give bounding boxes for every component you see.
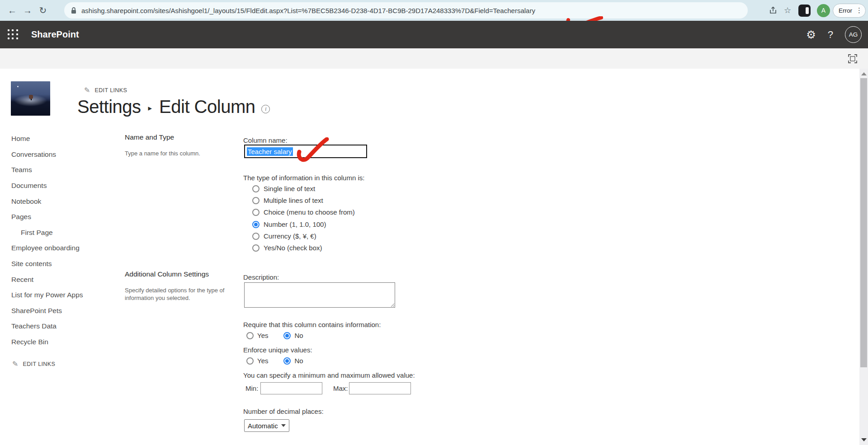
app-launcher-waffle-icon[interactable] [8, 29, 19, 40]
breadcrumb-edit-column: Edit Column [159, 97, 255, 117]
browser-toolbar: ← → ↻ ashishg.sharepoint.com/sites/Ashis… [0, 0, 868, 21]
option-label: Number (1, 1.0, 100) [264, 220, 326, 228]
forward-icon: → [23, 5, 32, 16]
main-content: ✎ EDIT LINKS Settings ▸ Edit Column i Ho… [0, 69, 859, 445]
require-label: Require that this column contains inform… [243, 321, 381, 328]
description-label: Description: [243, 273, 279, 281]
sidebar-item-documents[interactable]: Documents [11, 178, 108, 194]
require-radio-group: Yes No [246, 332, 303, 339]
sidebar-item-home[interactable]: Home [11, 131, 108, 147]
sidebar-item-employee-onboarding[interactable]: Employee onboarding [11, 240, 108, 256]
radio-yes-no[interactable] [252, 244, 259, 252]
edit-links-bottom[interactable]: ✎ EDIT LINKS [12, 360, 55, 368]
star-icon: ☆ [784, 5, 791, 15]
left-navigation: Home Conversations Teams Documents Noteb… [11, 131, 108, 350]
kebab-menu-icon: ⋮ [856, 6, 863, 14]
scroll-down-arrow-icon[interactable] [861, 438, 867, 441]
column-name-value: Teacher salary [247, 147, 293, 156]
sidebar-item-teachers-data[interactable]: Teachers Data [11, 319, 108, 334]
decimal-places-value: Automatic [248, 422, 278, 430]
column-name-label: Column name: [243, 136, 288, 144]
sidebar-item-recent[interactable]: Recent [11, 272, 108, 287]
focus-mode-icon[interactable] [847, 53, 858, 64]
scroll-up-arrow-icon[interactable] [861, 72, 867, 75]
option-label: Yes/No (check box) [264, 244, 322, 252]
decimal-places-label: Number of decimal places: [243, 408, 324, 415]
sidebar-item-conversations[interactable]: Conversations [11, 147, 108, 163]
radio-multiple-lines-of-text[interactable] [252, 197, 259, 204]
option-label: Currency ($, ¥, €) [264, 232, 316, 240]
edit-links-label: EDIT LINKS [23, 361, 55, 367]
description-textarea[interactable] [244, 282, 395, 308]
address-bar[interactable]: ashishg.sharepoint.com/sites/Ashishgoel1… [64, 2, 748, 19]
section-name-and-type: Name and Type [125, 133, 174, 141]
help-icon[interactable]: ? [828, 29, 833, 41]
sidebar-item-notebook[interactable]: Notebook [11, 193, 108, 209]
max-input[interactable] [349, 382, 411, 394]
option-choice: Choice (menu to choose from) [252, 208, 355, 216]
no-label: No [294, 357, 303, 365]
sharepoint-brand: SharePoint [31, 29, 79, 40]
radio-require-no[interactable] [283, 332, 291, 339]
minmax-label: You can specify a minimum and maximum al… [243, 371, 415, 379]
chevron-down-icon [281, 424, 286, 427]
sidebar-item-teams[interactable]: Teams [11, 162, 108, 178]
site-logo[interactable] [11, 81, 50, 116]
option-multiple-lines: Multiple lines of text [252, 197, 323, 204]
option-yes-no: Yes/No (check box) [252, 244, 322, 252]
option-single-line: Single line of text [252, 185, 315, 192]
error-label: Error [839, 7, 852, 14]
sidebar-item-recycle-bin[interactable]: Recycle Bin [11, 334, 108, 350]
breadcrumb-settings[interactable]: Settings [77, 97, 141, 117]
pencil-icon: ✎ [12, 360, 18, 368]
radio-require-yes[interactable] [246, 332, 254, 339]
sidebar-item-list-for-my-power-apps[interactable]: List for my Power Apps [11, 287, 108, 303]
avatar-initials: AG [849, 31, 858, 38]
radio-currency[interactable] [252, 233, 259, 240]
command-strip [0, 48, 868, 69]
sidebar-item-first-page[interactable]: First Page [11, 225, 108, 241]
page-title: Settings ▸ Edit Column i [77, 97, 270, 117]
pencil-icon: ✎ [84, 86, 90, 94]
radio-number[interactable] [252, 221, 259, 228]
settings-gear-icon[interactable]: ⚙ [806, 28, 816, 41]
browser-forward-button[interactable]: → [20, 3, 35, 18]
decimal-places-select[interactable]: Automatic [244, 419, 289, 432]
sidebar-item-sharepoint-pets[interactable]: SharePoint Pets [11, 303, 108, 319]
profile-initial: A [821, 7, 826, 14]
option-label: Multiple lines of text [264, 197, 323, 204]
radio-single-line-of-text[interactable] [252, 185, 259, 192]
radio-unique-no[interactable] [283, 357, 291, 365]
url-text: ashishg.sharepoint.com/sites/Ashishgoel1… [81, 7, 535, 14]
refresh-icon: ↻ [39, 5, 47, 16]
share-button[interactable] [766, 3, 780, 18]
option-label: Single line of text [264, 185, 315, 192]
browser-refresh-button[interactable]: ↻ [35, 3, 51, 18]
option-label: Choice (menu to choose from) [264, 208, 355, 216]
lock-icon [71, 7, 77, 14]
section-additional-settings: Additional Column Settings [125, 270, 209, 278]
vertical-scrollbar[interactable] [859, 69, 868, 445]
sidebar-item-site-contents[interactable]: Site contents [11, 256, 108, 272]
info-icon[interactable]: i [261, 105, 270, 113]
option-number: Number (1, 1.0, 100) [252, 220, 326, 228]
back-icon: ← [8, 5, 17, 16]
account-avatar[interactable]: AG [845, 26, 862, 43]
radio-unique-yes[interactable] [246, 357, 254, 365]
browser-error-menu-button[interactable]: Error ⋮ [833, 4, 866, 18]
unique-label: Enforce unique values: [243, 346, 312, 354]
bookmark-button[interactable]: ☆ [780, 3, 795, 18]
browser-back-button[interactable]: ← [5, 3, 20, 18]
column-name-input[interactable]: Teacher salary [244, 145, 367, 158]
section-name-and-type-desc: Type a name for this column. [125, 150, 238, 157]
side-panel-extension-icon[interactable] [798, 5, 811, 17]
browser-profile-avatar[interactable]: A [817, 4, 830, 17]
radio-choice[interactable] [252, 209, 259, 216]
edit-links-label: EDIT LINKS [94, 87, 127, 94]
edit-links-top[interactable]: ✎ EDIT LINKS [84, 86, 127, 94]
min-input[interactable] [260, 382, 322, 394]
section-additional-settings-desc: Specify detailed options for the type of… [125, 286, 236, 302]
min-label: Min: [245, 384, 258, 392]
sidebar-item-pages[interactable]: Pages [11, 209, 108, 225]
scrollbar-thumb[interactable] [860, 78, 867, 367]
